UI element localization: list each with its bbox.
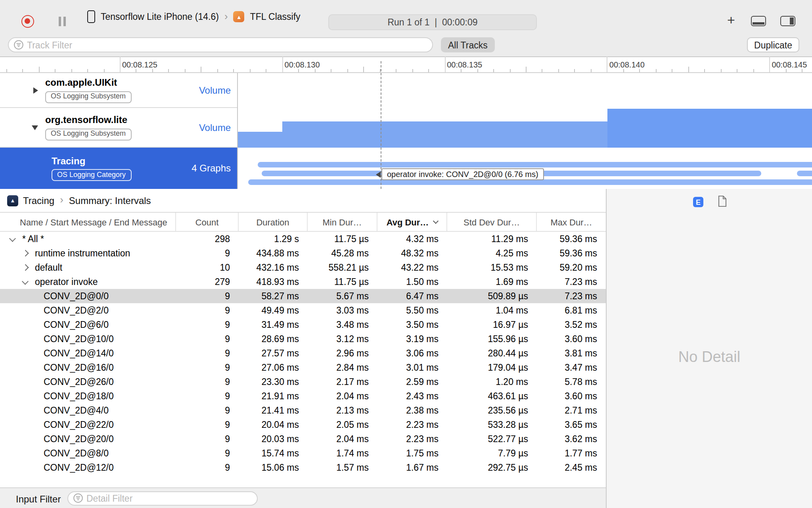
table-row[interactable]: operator invoke279418.93 ms11.75 µs1.50 … <box>0 275 606 289</box>
track-filter-field[interactable] <box>8 37 433 52</box>
row-name-label: CONV_2D@0/0 <box>44 291 109 301</box>
detail-filter-field[interactable] <box>67 491 258 505</box>
table-row[interactable]: CONV_2D@12/0915.06 ms1.57 ms1.67 ms292.7… <box>0 460 606 475</box>
all-tracks-button[interactable]: All Tracks <box>441 37 495 52</box>
column-header-avg-label: Avg Dur… <box>387 217 429 227</box>
ruler-tick <box>55 69 56 72</box>
tooltip-arrow-icon <box>376 171 381 177</box>
table-row[interactable]: CONV_2D@4/0921.41 ms2.13 ms2.38 ms235.56… <box>0 403 606 418</box>
cell-std: 1.04 ms <box>447 303 537 318</box>
document-icon[interactable] <box>718 195 727 207</box>
summary-table-body: * All *2981.29 s11.75 µs4.32 ms11.29 ms5… <box>0 232 606 487</box>
table-row[interactable]: CONV_2D@18/0921.91 ms2.04 ms2.43 ms463.6… <box>0 389 606 403</box>
chevron-down-icon[interactable] <box>22 278 29 285</box>
timeline-ruler[interactable]: 00:08.12500:08.13000:08.13500:08.14000:0… <box>0 57 812 73</box>
column-header-duration[interactable]: Duration <box>239 213 308 231</box>
track-meta-label[interactable]: Volume <box>199 122 231 133</box>
cell-avg: 1.50 ms <box>377 275 447 289</box>
ruler-tick <box>120 56 121 72</box>
breadcrumb-item-summary[interactable]: Summary: Intervals <box>69 195 151 206</box>
iphone-icon <box>87 10 95 23</box>
table-row[interactable]: CONV_2D@2/0949.49 ms3.03 ms5.50 ms1.04 m… <box>0 303 606 318</box>
ruler-tick <box>461 69 462 72</box>
cell-duration: 20.04 ms <box>239 418 308 432</box>
column-header-name[interactable]: Name / Start Message / End Message <box>0 213 176 231</box>
ruler-tick <box>412 69 413 72</box>
table-row[interactable]: CONV_2D@6/0931.49 ms3.48 ms3.50 ms16.97 … <box>0 318 606 332</box>
table-row[interactable]: default10432.16 ms558.21 µs43.22 ms15.53… <box>0 260 606 275</box>
timeline-content[interactable]: operator invoke: CONV_2D@0/0 (6.76 ms) <box>238 73 812 189</box>
device-selector[interactable]: Tensorflow Lite iPhone (14.6) › TFL Clas… <box>87 0 301 33</box>
cell-min: 5.67 ms <box>308 289 377 303</box>
filter-icon <box>73 493 83 503</box>
track-row-tracing-selected[interactable]: Tracing OS Logging Category 4 Graphs <box>0 148 237 189</box>
table-row[interactable]: CONV_2D@22/0920.04 ms2.05 ms2.23 ms533.2… <box>0 418 606 432</box>
record-button[interactable] <box>21 15 34 28</box>
track-meta-label[interactable]: Volume <box>199 85 231 96</box>
table-row[interactable]: CONV_2D@14/0927.57 ms2.96 ms3.06 ms280.4… <box>0 346 606 360</box>
pause-button[interactable] <box>59 17 66 26</box>
column-header-min[interactable]: Min Dur… <box>308 213 377 231</box>
toggle-bottom-pane-button[interactable] <box>751 16 766 26</box>
cell-duration: 1.29 s <box>239 232 308 246</box>
toggle-right-pane-button[interactable] <box>780 16 795 26</box>
column-header-stddev[interactable]: Std Dev Dur… <box>447 213 537 231</box>
disclosure-down-icon[interactable] <box>32 125 38 130</box>
cell-std: 463.61 µs <box>447 389 537 403</box>
table-row[interactable]: runtime instrumentation9434.88 ms45.28 m… <box>0 246 606 260</box>
table-row[interactable]: CONV_2D@0/0958.27 ms5.67 ms6.47 ms509.89… <box>0 289 606 303</box>
chevron-down-icon[interactable] <box>10 235 16 242</box>
track-filter-input[interactable] <box>27 40 427 50</box>
extended-detail-icon[interactable]: E <box>693 197 703 207</box>
track-row-uikit[interactable]: com.apple.UIKit OS Logging Subsystem Vol… <box>0 73 237 108</box>
cell-avg: 1.67 ms <box>377 460 447 475</box>
ruler-tick <box>250 69 251 72</box>
cell-count: 9 <box>176 318 239 332</box>
detail-filter-input[interactable] <box>86 493 252 503</box>
row-name-cell: CONV_2D@14/0 <box>0 346 176 360</box>
cell-max: 2.45 ms <box>537 460 606 475</box>
instruments-window: Tensorflow Lite iPhone (14.6) › TFL Clas… <box>0 0 812 508</box>
add-instrument-button[interactable]: + <box>723 13 739 29</box>
track-row-tensorflow[interactable]: org.tensorflow.lite OS Logging Subsystem… <box>0 108 237 148</box>
ruler-tick <box>558 69 559 72</box>
duplicate-button[interactable]: Duplicate <box>747 37 799 52</box>
ruler-tick <box>428 69 429 72</box>
ruler-tick <box>331 69 331 72</box>
cell-std: 4.25 ms <box>447 246 537 260</box>
column-header-avg[interactable]: Avg Dur… <box>377 213 447 231</box>
chevron-right-icon[interactable] <box>22 264 29 271</box>
row-name-label: CONV_2D@16/0 <box>44 363 114 372</box>
table-row[interactable]: CONV_2D@26/0923.30 ms2.17 ms2.59 ms1.20 … <box>0 375 606 389</box>
ruler-tick <box>737 69 737 72</box>
cell-avg: 2.23 ms <box>377 418 447 432</box>
ruler-tick <box>705 69 705 72</box>
breadcrumb-item-tracing[interactable]: Tracing <box>23 195 54 206</box>
row-name-cell: CONV_2D@10/0 <box>0 332 176 346</box>
ruler-tick <box>299 69 299 72</box>
ruler-tick <box>347 69 348 72</box>
table-row[interactable]: CONV_2D@16/0927.06 ms2.84 ms3.01 ms179.0… <box>0 360 606 375</box>
cell-max: 3.62 ms <box>537 432 606 446</box>
cell-max: 2.71 ms <box>537 403 606 418</box>
ruler-tick <box>152 69 153 72</box>
table-row[interactable]: CONV_2D@8/0915.74 ms1.74 ms1.75 ms7.79 µ… <box>0 446 606 460</box>
no-detail-placeholder: No Detail <box>607 348 812 366</box>
table-row[interactable]: * All *2981.29 s11.75 µs4.32 ms11.29 ms5… <box>0 232 606 246</box>
table-row[interactable]: CONV_2D@10/0928.69 ms3.12 ms3.19 ms155.9… <box>0 332 606 346</box>
track-meta-label[interactable]: 4 Graphs <box>192 163 231 174</box>
cell-avg: 3.06 ms <box>377 346 447 360</box>
disclosure-right-icon[interactable] <box>33 87 38 93</box>
target-name: TFL Classify <box>250 12 301 21</box>
table-row[interactable]: CONV_2D@20/0920.03 ms2.04 ms2.23 ms522.7… <box>0 432 606 446</box>
chevron-right-icon[interactable] <box>22 250 29 256</box>
row-name-label: CONV_2D@22/0 <box>44 420 114 429</box>
ruler-tick <box>477 69 478 72</box>
track-badge: OS Logging Category <box>52 169 131 181</box>
ruler-tick <box>169 69 169 72</box>
ruler-tick <box>509 69 510 72</box>
summary-table-header: Name / Start Message / End Message Count… <box>0 213 606 232</box>
cell-min: 3.03 ms <box>308 303 377 318</box>
column-header-count[interactable]: Count <box>176 213 239 231</box>
column-header-max[interactable]: Max Dur… <box>537 213 606 231</box>
